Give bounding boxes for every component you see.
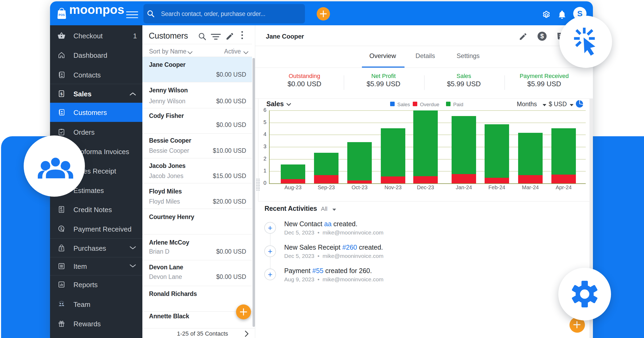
svg-text:$: $ <box>60 227 63 231</box>
svg-text:$: $ <box>60 92 63 96</box>
svg-text:$: $ <box>61 247 63 251</box>
svg-text:POS: POS <box>59 13 65 17</box>
